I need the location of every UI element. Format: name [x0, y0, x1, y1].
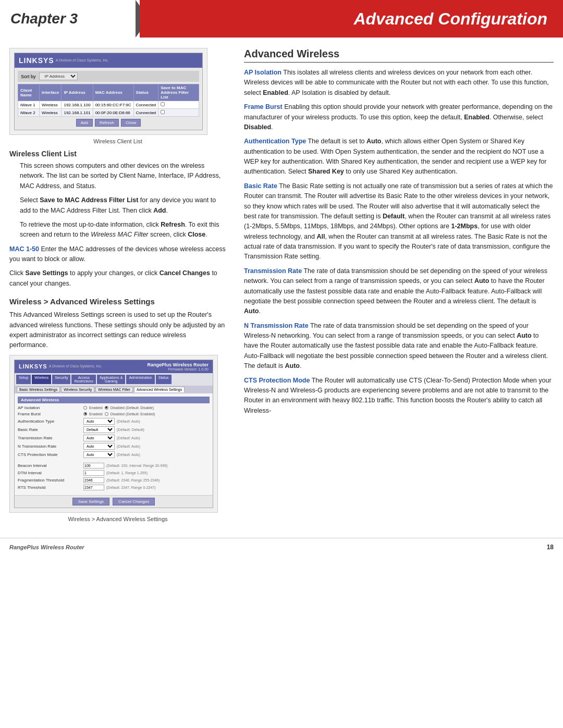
page-title: Advanced Configuration: [353, 9, 547, 29]
ss2-cts-label: CTS Protection Mode: [18, 452, 80, 457]
ss2-cts-val: Auto (Default: Auto): [83, 451, 140, 458]
ss2-tx-rate-row: Transmission Rate Auto (Default: Auto): [18, 435, 210, 441]
basic-rate-label: Basic Rate: [244, 182, 277, 190]
left-column: LINKSYS A Division of Cisco Systems, Inc…: [9, 48, 239, 527]
ss2-ap-isolation-val: Enabled Disabled (Default: Disable): [83, 406, 154, 410]
ss1-cell: Wireless: [40, 109, 62, 117]
ss1-header: LINKSYS A Division of Cisco Systems, Inc…: [15, 53, 202, 68]
frame-burst-disabled: Disabled: [244, 124, 271, 131]
ss2-tx-rate-select[interactable]: Auto: [83, 435, 115, 441]
ss2-subnav-security[interactable]: Wireless Security: [61, 387, 94, 392]
ss2-rts-label: RTS Threshold: [18, 485, 80, 490]
refresh-bold: Refresh: [161, 221, 185, 228]
ss2-tx-rate-hint: (Default: Auto): [117, 436, 140, 440]
ss2-nav-access[interactable]: AccessRestrictions: [71, 375, 96, 384]
frame-burst-text3: .: [271, 124, 273, 131]
ss1-cell[interactable]: [158, 101, 199, 109]
ss2-subnav-mac[interactable]: Wireless MAC Filter: [95, 387, 133, 392]
right-column: Advanced Wireless AP Isolation This isol…: [239, 48, 554, 527]
ss2-fb-disabled-radio[interactable]: [105, 412, 108, 416]
main-content: LINKSYS A Division of Cisco Systems, Inc…: [0, 48, 563, 527]
ss2-basic-rate-select[interactable]: Default: [83, 426, 115, 433]
ss2-frag-hint: (Default: 2346, Range 255-2346): [106, 478, 160, 482]
tx-rate-label: Transmission Rate: [244, 267, 302, 275]
ss2-rts-input[interactable]: [83, 485, 104, 490]
table-row: iWave 1 Wireless 192.168.1.100 00:15:60:…: [18, 101, 199, 109]
ss1-close-button[interactable]: Close: [121, 119, 141, 127]
ss2-ap-isolation-row: AP Isolation Enabled Disabled (Default: …: [18, 405, 210, 410]
ss2-beacon-input[interactable]: [83, 463, 104, 468]
ss1-refresh-button[interactable]: Refresh: [95, 119, 119, 127]
auth-type-sharedkey: Shared Key: [308, 168, 344, 175]
ss2-auth-label: Authentication Type: [18, 419, 80, 424]
ss2-logo-text: LINKSYS: [19, 363, 47, 369]
screenshot1-box: LINKSYS A Division of Cisco Systems, Inc…: [9, 48, 207, 135]
screenshot2-caption: Wireless > Advanced Wireless Settings: [9, 516, 226, 522]
ss2-auth-select[interactable]: Auto: [83, 418, 115, 425]
ss2-nav-security[interactable]: Security: [52, 375, 70, 384]
ss2-ap-disabled-radio[interactable]: [105, 406, 108, 410]
tx-rate-auto1: Auto: [474, 277, 489, 285]
auth-type-text: The default is set to: [308, 138, 366, 145]
ss2-frame-burst-label: Frame Burst: [18, 412, 80, 416]
ss2-dtm-input[interactable]: [83, 470, 104, 476]
ss2-frag-label: Fragmentation Threshold: [18, 478, 80, 483]
ss1-add-button[interactable]: Add: [76, 119, 93, 127]
ss1-cell: Connected: [133, 109, 158, 117]
ss2-nav-status[interactable]: Status: [156, 375, 172, 384]
ss1-sortby-select[interactable]: IP Address: [39, 72, 78, 80]
ss2-nav-setup[interactable]: Setup: [16, 375, 31, 384]
n-tx-rate-text3: .: [300, 362, 301, 369]
header-divider: [136, 0, 140, 38]
ss1-cell: Wireless: [40, 101, 62, 109]
ss2-subnav-basic[interactable]: Basic Wireless Settings: [17, 387, 60, 392]
ss1-cell: 192.168.1.101: [62, 109, 93, 117]
ss2-fb-enabled-text: Enabled: [89, 412, 103, 416]
ss1-footer: Add Refresh Close: [18, 119, 199, 127]
ss1-cell: iWave 1: [18, 101, 40, 109]
ss2-nav-apps[interactable]: Applications &Gaming: [97, 375, 125, 384]
right-section-title: Advanced Wireless: [244, 48, 554, 63]
ss2-cancel-button[interactable]: Cancel Changes: [113, 498, 155, 505]
ss2-save-button[interactable]: Save Settings: [72, 498, 109, 505]
screenshot2-inner: LINKSYS A Division of Cisco Systems, Inc…: [14, 360, 213, 508]
ss2-fb-enabled-radio[interactable]: [83, 412, 87, 416]
ss2-header: LINKSYS A Division of Cisco Systems, Inc…: [15, 360, 213, 373]
tx-rate-auto2: Auto: [244, 307, 259, 315]
ss1-cell: 192.168.1.100: [62, 101, 93, 109]
ss2-ntx-rate-val: Auto (Default: Auto): [83, 443, 140, 450]
ss2-nav-wireless[interactable]: Wireless: [32, 375, 51, 384]
screenshot1-inner: LINKSYS A Division of Cisco Systems, Inc…: [14, 53, 203, 130]
frame-burst-label: Frame Burst: [244, 103, 283, 110]
ss2-ap-disabled-text: Disabled (Default: Disable): [111, 406, 154, 410]
add-bold: Add: [153, 207, 166, 214]
ss2-frag-input[interactable]: [83, 477, 104, 483]
ss1-cell: 00:15:60:CC:F7:9C: [93, 101, 133, 109]
title-block: Advanced Configuration: [140, 0, 563, 38]
ss1-col-ip: IP Address: [62, 84, 93, 101]
ss2-subnav-advanced[interactable]: Advanced Wireless Settings: [134, 387, 185, 392]
ss2-basic-rate-val: Default (Default: Default): [83, 426, 144, 433]
ss1-logo-sub: A Division of Cisco Systems, Inc.: [56, 58, 109, 63]
ss2-section-title: Advanced Wireless: [18, 397, 210, 403]
ss2-ap-enabled-radio[interactable]: [83, 406, 87, 410]
ss2-ntx-rate-select[interactable]: Auto: [83, 443, 115, 450]
wireless-advanced-heading: Wireless > Advanced Wireless Settings: [9, 297, 226, 306]
ss1-cell[interactable]: [158, 109, 199, 117]
ss2-basic-rate-hint: (Default: Default): [117, 428, 144, 431]
mac-para: MAC 1-50 Enter the MAC addresses of the …: [9, 244, 226, 265]
ss1-tab-bar: Sort by IP Address: [18, 71, 199, 82]
ss2-firmware: Firmware Version: 1.0.00: [168, 367, 209, 371]
ss2-cts-select[interactable]: Auto: [83, 451, 115, 458]
ap-isolation-para: AP Isolation This isolates all wireless …: [244, 68, 554, 98]
ss2-nav-admin[interactable]: Administration: [126, 375, 154, 384]
footer-product: RangePlus Wireless Router: [9, 544, 84, 550]
ss1-col-mac: MAC Address: [93, 84, 133, 101]
n-tx-rate-label: N Transmission Rate: [244, 322, 309, 329]
ss1-body: Sort by IP Address Client Name Interface…: [15, 68, 202, 130]
auth-type-auto: Auto: [366, 138, 381, 145]
chapter-label: Chapter 3: [10, 10, 78, 27]
ss1-col-clientname: Client Name: [18, 84, 40, 101]
wcl-para1: This screen shows computers and other de…: [9, 161, 226, 191]
ss2-basic-rate-label: Basic Rate: [18, 427, 80, 432]
